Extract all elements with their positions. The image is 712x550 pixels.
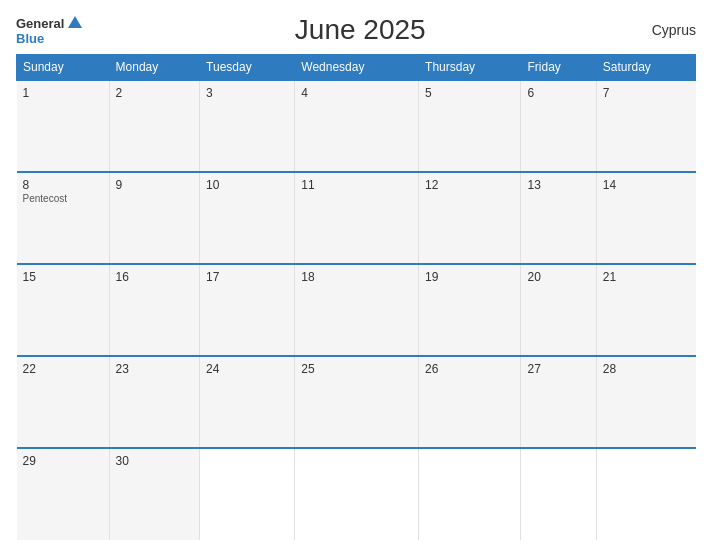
day-number: 12 (425, 178, 514, 192)
week-row-4: 22232425262728 (17, 356, 696, 448)
week-row-1: 1234567 (17, 80, 696, 172)
day-number: 6 (527, 86, 589, 100)
day-number: 9 (116, 178, 194, 192)
day-cell: 24 (200, 356, 295, 448)
svg-marker-0 (68, 16, 82, 28)
day-cell (596, 448, 695, 540)
logo-blue-text: Blue (16, 32, 44, 45)
calendar-title: June 2025 (84, 14, 636, 46)
day-cell: 17 (200, 264, 295, 356)
day-cell: 11 (295, 172, 419, 264)
day-cell: 20 (521, 264, 596, 356)
day-cell (521, 448, 596, 540)
day-number: 5 (425, 86, 514, 100)
day-cell: 3 (200, 80, 295, 172)
holiday-label: Pentecost (23, 193, 103, 204)
logo-general-text: General (16, 17, 64, 30)
week-row-5: 2930 (17, 448, 696, 540)
day-number: 7 (603, 86, 690, 100)
header-monday: Monday (109, 55, 200, 81)
day-cell: 6 (521, 80, 596, 172)
day-cell: 12 (419, 172, 521, 264)
header-friday: Friday (521, 55, 596, 81)
day-number: 15 (23, 270, 103, 284)
day-number: 2 (116, 86, 194, 100)
header-thursday: Thursday (419, 55, 521, 81)
day-number: 8 (23, 178, 103, 192)
day-cell: 2 (109, 80, 200, 172)
day-cell: 18 (295, 264, 419, 356)
week-row-3: 15161718192021 (17, 264, 696, 356)
day-cell (295, 448, 419, 540)
day-cell: 15 (17, 264, 110, 356)
day-number: 1 (23, 86, 103, 100)
day-cell: 1 (17, 80, 110, 172)
day-cell: 14 (596, 172, 695, 264)
day-cell: 23 (109, 356, 200, 448)
header-saturday: Saturday (596, 55, 695, 81)
logo-icon (66, 14, 84, 32)
day-number: 27 (527, 362, 589, 376)
day-number: 25 (301, 362, 412, 376)
day-number: 28 (603, 362, 690, 376)
day-cell: 22 (17, 356, 110, 448)
day-number: 26 (425, 362, 514, 376)
calendar: Sunday Monday Tuesday Wednesday Thursday… (16, 54, 696, 540)
day-cell: 29 (17, 448, 110, 540)
day-cell: 8Pentecost (17, 172, 110, 264)
day-cell: 13 (521, 172, 596, 264)
day-cell: 26 (419, 356, 521, 448)
day-number: 21 (603, 270, 690, 284)
day-cell (200, 448, 295, 540)
day-cell: 9 (109, 172, 200, 264)
day-number: 16 (116, 270, 194, 284)
day-cell: 30 (109, 448, 200, 540)
day-number: 17 (206, 270, 288, 284)
day-cell: 4 (295, 80, 419, 172)
header-tuesday: Tuesday (200, 55, 295, 81)
day-number: 19 (425, 270, 514, 284)
day-cell: 16 (109, 264, 200, 356)
day-cell: 25 (295, 356, 419, 448)
weekday-header-row: Sunday Monday Tuesday Wednesday Thursday… (17, 55, 696, 81)
page: General Blue June 2025 Cyprus Sunday Mon… (0, 0, 712, 550)
day-cell: 7 (596, 80, 695, 172)
day-number: 10 (206, 178, 288, 192)
day-cell (419, 448, 521, 540)
header-sunday: Sunday (17, 55, 110, 81)
day-number: 3 (206, 86, 288, 100)
day-cell: 21 (596, 264, 695, 356)
day-number: 4 (301, 86, 412, 100)
day-number: 11 (301, 178, 412, 192)
week-row-2: 8Pentecost91011121314 (17, 172, 696, 264)
day-cell: 28 (596, 356, 695, 448)
country-label: Cyprus (636, 22, 696, 38)
day-cell: 27 (521, 356, 596, 448)
logo: General Blue (16, 16, 84, 45)
day-number: 20 (527, 270, 589, 284)
day-number: 30 (116, 454, 194, 468)
day-cell: 19 (419, 264, 521, 356)
day-number: 29 (23, 454, 103, 468)
calendar-table: Sunday Monday Tuesday Wednesday Thursday… (16, 54, 696, 540)
header: General Blue June 2025 Cyprus (16, 14, 696, 46)
day-number: 22 (23, 362, 103, 376)
day-number: 14 (603, 178, 690, 192)
day-cell: 10 (200, 172, 295, 264)
day-number: 24 (206, 362, 288, 376)
day-number: 23 (116, 362, 194, 376)
header-wednesday: Wednesday (295, 55, 419, 81)
day-number: 18 (301, 270, 412, 284)
day-number: 13 (527, 178, 589, 192)
day-cell: 5 (419, 80, 521, 172)
